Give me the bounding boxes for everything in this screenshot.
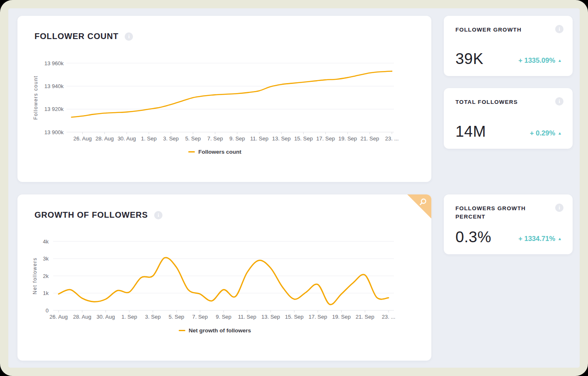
- chart2-svg: 01k2k3k4k26. Aug28. Aug30. Aug1. Sep3. S…: [25, 235, 407, 325]
- legend-label: Net growth of followers: [189, 327, 251, 334]
- growth-of-followers-legend[interactable]: Net growth of followers: [17, 327, 412, 334]
- trend-up-icon: ▲: [558, 237, 562, 241]
- trend-up-icon: ▲: [558, 59, 562, 63]
- x-tick-label: 9. Sep: [229, 135, 245, 142]
- stat-value: 39K: [455, 50, 483, 68]
- growth-of-followers-card: GROWTH OF FOLLOWERS i 01k2k3k4k26. Aug28…: [17, 194, 431, 361]
- x-tick-label: 15. Sep: [285, 314, 304, 320]
- x-tick-label: 19. Sep: [332, 314, 351, 320]
- stat-card-follower-growth: FOLLOWER GROWTH i 39K + 1335.09% ▲: [444, 16, 573, 76]
- x-tick-label: 3. Sep: [163, 135, 179, 142]
- x-tick-label: 1. Sep: [141, 135, 157, 142]
- legend-line-swatch: [179, 330, 185, 331]
- stat-card-total-followers: TOTAL FOLLOWERS i 14M + 0.29% ▲: [444, 88, 573, 149]
- x-tick-label: 23. ...: [382, 314, 396, 320]
- y-axis-title: Net followers: [32, 258, 38, 295]
- info-icon[interactable]: i: [555, 25, 563, 33]
- x-tick-label: 13. Sep: [272, 135, 291, 142]
- stat-value: 0.3%: [455, 229, 491, 246]
- stat-change-text: + 1335.09%: [519, 57, 556, 64]
- x-tick-label: 11. Sep: [238, 314, 256, 320]
- legend-line-swatch: [188, 151, 195, 152]
- x-tick-label: 17. Sep: [316, 135, 335, 142]
- x-tick-label: 11. Sep: [250, 135, 268, 142]
- x-tick-label: 5. Sep: [169, 314, 185, 320]
- zoom-corner-button[interactable]: [407, 194, 431, 219]
- x-tick-label: 1. Sep: [121, 314, 137, 320]
- follower-count-header: FOLLOWER COUNT i: [34, 32, 133, 41]
- stat-change: + 1334.71% ▲: [519, 235, 562, 243]
- chart1-svg: 13 900k13 920k13 940k13 960k26. Aug28. A…: [25, 58, 407, 146]
- x-tick-label: 30. Aug: [118, 135, 136, 142]
- x-tick-label: 28. Aug: [73, 314, 91, 320]
- x-tick-label: 5. Sep: [185, 135, 201, 142]
- x-tick-label: 3. Sep: [145, 314, 161, 320]
- info-icon[interactable]: i: [125, 32, 133, 41]
- stat-change-text: + 1334.71%: [519, 235, 556, 243]
- y-tick-label: 13 920k: [44, 106, 64, 112]
- stat-change: + 0.29% ▲: [530, 129, 562, 137]
- magnifier-icon: [418, 197, 428, 207]
- x-tick-label: 21. Sep: [356, 314, 374, 320]
- x-tick-label: 17. Sep: [308, 314, 327, 320]
- y-tick-label: 2k: [43, 273, 49, 279]
- growth-of-followers-chart[interactable]: 01k2k3k4k26. Aug28. Aug30. Aug1. Sep3. S…: [25, 235, 407, 325]
- x-tick-label: 7. Sep: [207, 135, 223, 142]
- growth-of-followers-title: GROWTH OF FOLLOWERS: [34, 210, 148, 220]
- y-tick-label: 13 900k: [44, 129, 64, 135]
- follower-count-legend[interactable]: Followers count: [17, 149, 412, 155]
- dashboard-panel: FOLLOWER COUNT i 13 900k13 920k13 940k13…: [8, 8, 580, 368]
- follower-count-card: FOLLOWER COUNT i 13 900k13 920k13 940k13…: [17, 16, 431, 182]
- app-frame: FOLLOWER COUNT i 13 900k13 920k13 940k13…: [0, 0, 588, 376]
- y-tick-label: 13 940k: [44, 83, 64, 89]
- y-tick-label: 3k: [43, 256, 49, 262]
- stat-value: 14M: [455, 123, 486, 140]
- y-tick-label: 0: [46, 307, 49, 314]
- info-icon[interactable]: i: [154, 211, 162, 219]
- growth-of-followers-header: GROWTH OF FOLLOWERS i: [34, 210, 162, 220]
- stat-card-followers-growth-percent: FOLLOWERS GROWTH PERCENT i 0.3% + 1334.7…: [444, 194, 573, 254]
- stat-title: TOTAL FOLLOWERS: [455, 98, 549, 106]
- x-tick-label: 9. Sep: [216, 314, 231, 320]
- chart1-series-line[interactable]: [71, 71, 392, 117]
- legend-label: Followers count: [198, 149, 241, 155]
- x-tick-label: 19. Sep: [338, 135, 357, 142]
- y-tick-label: 4k: [43, 238, 49, 245]
- x-tick-label: 15. Sep: [294, 135, 313, 142]
- chart2-series-line[interactable]: [59, 258, 389, 305]
- y-axis-title: Followers count: [33, 76, 39, 120]
- stat-title: FOLLOWERS GROWTH PERCENT: [455, 204, 549, 221]
- stat-change-text: + 0.29%: [530, 129, 555, 137]
- x-tick-label: 28. Aug: [96, 135, 114, 142]
- info-icon[interactable]: i: [555, 204, 563, 212]
- x-tick-label: 26. Aug: [49, 314, 68, 320]
- stat-title: FOLLOWER GROWTH: [455, 26, 549, 34]
- x-tick-label: 23. ...: [385, 135, 399, 142]
- stat-change: + 1335.09% ▲: [519, 57, 562, 64]
- y-tick-label: 1k: [43, 290, 49, 296]
- follower-count-title: FOLLOWER COUNT: [34, 32, 118, 41]
- x-tick-label: 26. Aug: [74, 135, 92, 142]
- trend-up-icon: ▲: [558, 131, 562, 135]
- info-icon[interactable]: i: [555, 97, 563, 106]
- x-tick-label: 13. Sep: [261, 314, 280, 320]
- y-tick-label: 13 960k: [44, 60, 64, 66]
- x-tick-label: 30. Aug: [96, 314, 115, 320]
- follower-count-chart[interactable]: 13 900k13 920k13 940k13 960k26. Aug28. A…: [25, 58, 407, 146]
- x-tick-label: 21. Sep: [360, 135, 379, 142]
- x-tick-label: 7. Sep: [192, 314, 208, 320]
